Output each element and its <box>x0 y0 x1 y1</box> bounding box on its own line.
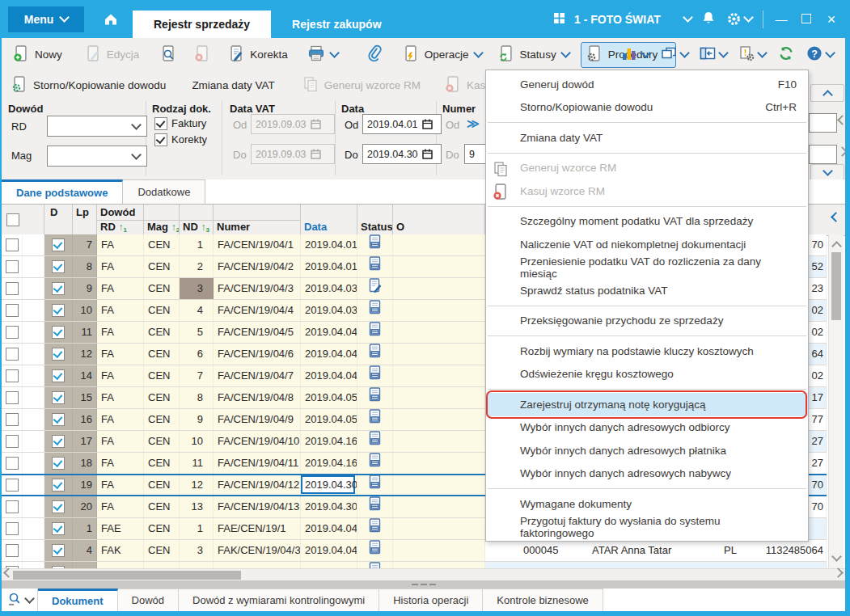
col-group-dowod[interactable]: Dowód <box>100 206 135 218</box>
row-d-checkbox[interactable] <box>52 369 65 382</box>
vertical-scrollbar[interactable] <box>828 234 844 568</box>
cell-data[interactable]: 2019.04.05 <box>301 409 357 430</box>
cell-data[interactable]: 2019.04.01 <box>301 256 357 277</box>
change-vat-date-button[interactable]: Zmiana daty VAT <box>185 74 281 96</box>
statuses-button[interactable]: Statusy <box>493 43 574 67</box>
row-select-checkbox[interactable] <box>6 238 19 251</box>
menu-item[interactable]: Przygotuj faktury do wysłania do systemu… <box>486 516 808 539</box>
double-chevron-icon[interactable]: ≫ <box>467 116 480 131</box>
menu-item[interactable]: Naliczenie VAT od niekompletnej dokument… <box>486 233 808 256</box>
row-select-checkbox[interactable] <box>6 522 19 535</box>
gear-icon[interactable] <box>726 11 752 27</box>
detail-tab[interactable]: Dowód z wymiarami kontrolingowymi <box>179 589 379 611</box>
panel-scroll-up-button[interactable] <box>810 84 844 102</box>
menu-item[interactable]: Przeniesienie podatku VAT do rozliczenia… <box>486 256 808 280</box>
operations-button[interactable]: Operacje <box>398 43 487 67</box>
attachment-button[interactable] <box>361 43 387 67</box>
row-d-checkbox[interactable] <box>52 457 65 470</box>
cell-data[interactable]: 2019.04.03 <box>301 300 357 321</box>
row-d-checkbox[interactable] <box>52 282 65 295</box>
data-od-input[interactable]: 2019.04.01 <box>362 114 442 134</box>
new-button[interactable]: Nowy <box>8 43 67 67</box>
menu-item[interactable]: Odświeżenie kręgu kosztowego <box>486 363 808 386</box>
row-select-checkbox[interactable] <box>6 369 19 382</box>
row-d-checkbox[interactable] <box>52 522 65 535</box>
menu-item[interactable]: Wybór innych danych adresowych płatnika <box>486 439 808 462</box>
menu-item[interactable]: Sprawdź status podatnika VAT <box>486 279 808 302</box>
row-d-checkbox[interactable] <box>52 391 65 404</box>
col-d[interactable]: D <box>50 206 57 218</box>
row-d-checkbox[interactable] <box>52 304 65 317</box>
cell-data[interactable]: 2019.04.05 <box>301 387 357 408</box>
menu-item[interactable]: Rozbij wymiary na podstawie kluczy koszt… <box>486 340 808 363</box>
select-all-checkbox[interactable] <box>6 213 19 226</box>
table-row[interactable]: 4FAKCEN3FAK/CEN/19/04/32019.04.04000045A… <box>2 540 827 562</box>
col-lp[interactable]: Lp <box>76 206 89 218</box>
table-row[interactable]: 5FAKCEN4FAK/CEN/19/04/42019.04.04000010B… <box>2 562 827 568</box>
correction-button[interactable]: Korekta <box>223 43 293 67</box>
row-d-checkbox[interactable] <box>52 544 65 557</box>
row-d-checkbox[interactable] <box>52 348 65 361</box>
panel-scroll-down-button[interactable] <box>810 164 844 180</box>
menu-item[interactable]: Generuj dowódF10 <box>486 73 808 96</box>
mag-select[interactable] <box>47 146 147 167</box>
cell-data[interactable]: 2019.04.04 <box>301 344 357 365</box>
data-do-input[interactable]: 2019.04.30 <box>362 144 442 164</box>
alerts-button[interactable]: ! <box>735 43 769 67</box>
cell-data[interactable]: 2019.04.04 <box>301 540 357 561</box>
col-data[interactable]: Data <box>304 221 327 233</box>
faktury-checkbox[interactable] <box>154 117 167 130</box>
menu-item[interactable]: Przeksięgowanie przychodu ze sprzedaży <box>486 310 808 333</box>
close-button[interactable]: × <box>824 12 839 27</box>
row-d-checkbox[interactable] <box>52 326 65 339</box>
horizontal-scrollbar[interactable] <box>2 568 845 581</box>
cell-data[interactable]: 2019.04.03 <box>301 278 357 299</box>
row-select-checkbox[interactable] <box>6 479 19 492</box>
cell-data[interactable]: 2019.04.30 <box>301 475 357 496</box>
detail-tab[interactable]: Dokument <box>38 589 118 611</box>
row-select-checkbox[interactable] <box>6 391 19 404</box>
delete-button[interactable] <box>189 43 215 67</box>
preview-button[interactable] <box>155 43 181 67</box>
minimize-button[interactable]: — <box>774 12 789 27</box>
help-button[interactable]: ? <box>803 43 837 67</box>
menu-item[interactable]: Wybór innych danych adresowych odbiorcy <box>486 416 808 440</box>
layouts-button[interactable] <box>658 43 691 67</box>
menu-item[interactable]: Zmiana daty VAT <box>486 126 808 150</box>
cell-data[interactable]: 2019.04.04 <box>301 365 357 386</box>
refresh-button[interactable] <box>774 43 798 67</box>
vertical-scrollbar-thumb[interactable] <box>831 252 841 320</box>
row-select-checkbox[interactable] <box>6 326 19 339</box>
cropped-filter-input[interactable] <box>809 113 837 133</box>
cell-data[interactable]: 2019.04.30 <box>301 496 357 517</box>
horizontal-scrollbar-thumb[interactable] <box>13 571 241 580</box>
col-status[interactable]: Status <box>361 221 393 233</box>
menu-item[interactable]: Wymagane dokumenty <box>486 492 808 516</box>
collapse-panel-icon[interactable] <box>831 212 841 222</box>
row-select-checkbox[interactable] <box>6 282 19 295</box>
korekty-checkbox[interactable] <box>154 133 167 146</box>
menu-item[interactable]: Wybór innych danych adresowych nabywcy <box>486 462 808 486</box>
cell-data[interactable]: 2019.04.04 <box>301 518 357 539</box>
menu-item[interactable]: Generuj wzorce RM <box>486 157 808 180</box>
menu-item[interactable]: Zarejestruj otrzymaną notę korygującą <box>486 393 808 416</box>
row-select-checkbox[interactable] <box>6 457 19 470</box>
col-nd[interactable]: ND ↑3 <box>183 221 209 234</box>
row-select-checkbox[interactable] <box>6 500 19 513</box>
company-selector[interactable]: 1 - FOTO ŚWIAT <box>553 0 691 38</box>
row-d-checkbox[interactable] <box>52 413 65 426</box>
cell-data[interactable]: 2019.04.04 <box>301 562 357 568</box>
data-vat-od-input[interactable]: 2019.09.03 <box>251 114 335 134</box>
row-select-checkbox[interactable] <box>6 413 19 426</box>
home-icon[interactable] <box>100 12 121 26</box>
col-numer[interactable]: Numer <box>217 221 250 233</box>
view-tab-dane-podstawowe[interactable]: Dane podstawowe <box>2 179 123 204</box>
detail-search-button[interactable] <box>2 589 38 611</box>
storno-button[interactable]: Storno/Kopiowanie dowodu <box>5 74 172 96</box>
detail-tab[interactable]: Dowód <box>118 589 179 611</box>
col-rd[interactable]: RD ↑1 <box>100 221 127 234</box>
bell-icon[interactable] <box>701 11 716 27</box>
row-select-checkbox[interactable] <box>6 260 19 273</box>
maximize-button[interactable] <box>799 12 814 27</box>
tab-rejestr-zakupow[interactable]: Rejestr zakupów <box>271 11 402 38</box>
